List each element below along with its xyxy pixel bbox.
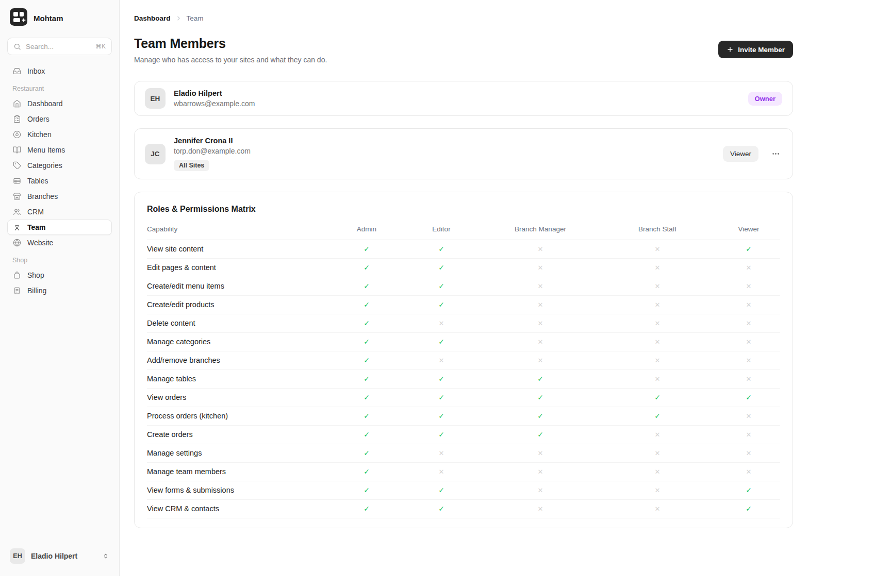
permission-cell: ✕: [717, 259, 780, 277]
check-icon: ✓: [654, 393, 661, 401]
member-email: torp.don@example.com: [174, 147, 251, 155]
member-name: Jennifer Crona II: [174, 137, 251, 145]
check-icon: ✓: [364, 486, 370, 494]
avatar: EH: [10, 548, 25, 564]
ellipsis-icon: [771, 149, 780, 158]
column-header: Branch Staff: [598, 222, 717, 240]
permission-cell: ✕: [717, 333, 780, 351]
permission-cell: ✓: [400, 259, 483, 277]
matrix-row: Create orders✓✓✓✕✕: [147, 426, 780, 444]
more-options-button[interactable]: [769, 147, 782, 161]
sidebar-item-shop[interactable]: Shop: [7, 267, 112, 283]
permission-cell: ✕: [598, 333, 717, 351]
scope-badge: All Sites: [174, 160, 209, 171]
permissions-matrix-card: Roles & Permissions Matrix CapabilityAdm…: [134, 192, 793, 528]
x-icon: ✕: [746, 282, 752, 290]
sidebar-item-branches[interactable]: Branches: [7, 189, 112, 204]
permission-cell: ✕: [483, 444, 598, 463]
x-icon: ✕: [746, 468, 752, 476]
sidebar-item-kitchen[interactable]: Kitchen: [7, 127, 112, 142]
breadcrumb: Dashboard Team: [134, 14, 793, 22]
permission-cell: ✓: [400, 277, 483, 296]
permission-cell: ✓: [334, 463, 400, 481]
permission-cell: ✓: [400, 296, 483, 314]
x-icon: ✕: [655, 320, 661, 327]
check-icon: ✓: [746, 505, 752, 513]
permission-cell: ✕: [717, 370, 780, 389]
permission-cell: ✓: [334, 333, 400, 351]
matrix-row: Manage categories✓✓✕✕✕: [147, 333, 780, 351]
sidebar-item-billing[interactable]: Billing: [7, 283, 112, 298]
x-icon: ✕: [746, 320, 752, 327]
permission-cell: ✕: [598, 240, 717, 259]
sidebar-item-website[interactable]: Website: [7, 235, 112, 250]
app-window: Mohtam Search... ⌘K InboxRestaurantDashb…: [0, 0, 891, 576]
capability-label: Create/edit products: [147, 296, 334, 314]
account-name: Eladio Hilpert: [31, 552, 96, 560]
matrix-row: Process orders (kitchen)✓✓✓✓✕: [147, 407, 780, 426]
x-icon: ✕: [746, 264, 752, 272]
section-label-shop: Shop: [7, 250, 112, 267]
chevron-right-icon: [175, 15, 182, 22]
matrix-row: Add/remove branches✓✕✕✕✕: [147, 351, 780, 370]
x-icon: ✕: [538, 357, 543, 364]
check-icon: ✓: [364, 449, 370, 457]
permission-cell: ✕: [598, 463, 717, 481]
breadcrumb-dashboard[interactable]: Dashboard: [134, 14, 171, 22]
receipt-icon: [13, 287, 21, 295]
x-icon: ✕: [655, 282, 661, 290]
search-input[interactable]: Search... ⌘K: [7, 38, 112, 55]
permission-cell: ✕: [598, 444, 717, 463]
check-icon: ✓: [746, 393, 752, 401]
check-icon: ✓: [438, 412, 444, 420]
permission-cell: ✓: [598, 389, 717, 407]
invite-member-button[interactable]: Invite Member: [718, 41, 793, 58]
account-switcher[interactable]: EH Eladio Hilpert: [7, 546, 112, 566]
capability-label: View orders: [147, 389, 334, 407]
check-icon: ✓: [364, 263, 370, 272]
permission-cell: ✓: [334, 259, 400, 277]
permission-cell: ✕: [483, 259, 598, 277]
capability-label: View CRM & contacts: [147, 500, 334, 518]
permission-cell: ✕: [717, 314, 780, 333]
x-icon: ✕: [746, 412, 752, 420]
permission-cell: ✓: [400, 500, 483, 518]
sidebar-item-categories[interactable]: Categories: [7, 158, 112, 173]
member-row-viewer: JC Jennifer Crona II torp.don@example.co…: [134, 128, 793, 179]
sidebar-item-menu-items[interactable]: Menu Items: [7, 142, 112, 158]
column-header: Editor: [400, 222, 483, 240]
sidebar-item-label: Website: [27, 239, 53, 247]
permission-cell: ✓: [334, 389, 400, 407]
sidebar-item-orders[interactable]: Orders: [7, 111, 112, 127]
permission-cell: ✓: [334, 407, 400, 426]
permission-cell: ✕: [483, 333, 598, 351]
x-icon: ✕: [655, 264, 661, 272]
member-row-owner: EH Eladio Hilpert wbarrows@example.com O…: [134, 81, 793, 116]
check-icon: ✓: [364, 430, 370, 439]
check-icon: ✓: [438, 245, 444, 253]
x-icon: ✕: [439, 357, 444, 364]
check-icon: ✓: [746, 245, 752, 253]
sidebar-item-dashboard[interactable]: Dashboard: [7, 96, 112, 111]
sidebar-item-inbox[interactable]: Inbox: [7, 63, 112, 79]
column-header: Viewer: [717, 222, 780, 240]
check-icon: ✓: [364, 356, 370, 364]
role-select-button[interactable]: Viewer: [723, 146, 758, 162]
permission-cell: ✓: [334, 500, 400, 518]
permission-cell: ✕: [400, 444, 483, 463]
x-icon: ✕: [538, 449, 543, 457]
x-icon: ✕: [439, 449, 444, 457]
permission-cell: ✓: [483, 389, 598, 407]
x-icon: ✕: [538, 282, 543, 290]
check-icon: ✓: [364, 282, 370, 290]
sidebar-item-label: Inbox: [27, 67, 45, 75]
sidebar-item-tables[interactable]: Tables: [7, 173, 112, 189]
table-header-row: CapabilityAdminEditorBranch ManagerBranc…: [147, 222, 780, 240]
sidebar-item-team[interactable]: Team: [7, 220, 112, 235]
permission-cell: ✕: [717, 463, 780, 481]
capability-label: Delete content: [147, 314, 334, 333]
check-icon: ✓: [537, 412, 543, 420]
sidebar-item-crm[interactable]: CRM: [7, 204, 112, 220]
check-icon: ✓: [364, 245, 370, 253]
x-icon: ✕: [538, 245, 543, 253]
